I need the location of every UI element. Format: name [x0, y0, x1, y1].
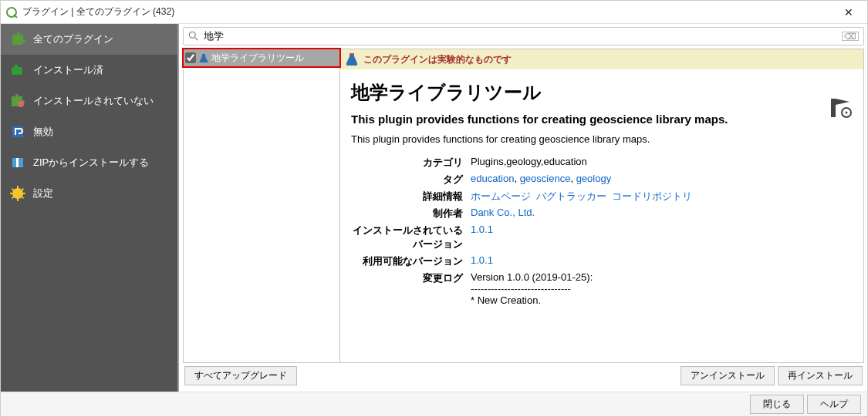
- svg-line-1: [14, 15, 17, 18]
- sidebar-item-label: ZIPからインストールする: [33, 156, 149, 170]
- plugin-description: This plugin provides functions for creat…: [351, 133, 853, 145]
- gear-icon: [10, 186, 25, 201]
- search-icon: [188, 31, 199, 42]
- close-button[interactable]: 閉じる: [750, 395, 804, 414]
- plugin-title: 地学ライブラリツール: [351, 80, 853, 105]
- tag-link-education[interactable]: education: [471, 173, 514, 184]
- invalid-icon: [10, 124, 25, 140]
- sidebar-item-settings[interactable]: 設定: [1, 178, 178, 209]
- tag-link-geology[interactable]: geology: [576, 173, 612, 184]
- svg-rect-19: [350, 53, 354, 55]
- meta-label-tag: タグ: [351, 173, 471, 187]
- plugin-detail: このプラグインは実験的なものです 地学ライブラリツール This plugin …: [340, 49, 864, 363]
- help-button[interactable]: ヘルプ: [807, 395, 861, 414]
- dialog-buttonbar: 閉じる ヘルプ: [1, 392, 867, 416]
- svg-rect-6: [16, 158, 19, 167]
- search-input[interactable]: [204, 29, 842, 44]
- sidebar: 全てのプラグイン インストール済 インストールされていない 無効 ZIPからイン…: [1, 24, 178, 392]
- link-coderepo[interactable]: コードリポジトリ: [612, 190, 692, 202]
- sidebar-resize-handle[interactable]: [177, 24, 179, 392]
- meta-label-author: 制作者: [351, 207, 471, 220]
- svg-rect-11: [22, 193, 25, 194]
- plugin-logo-icon: [828, 96, 853, 120]
- sidebar-item-label: 設定: [33, 187, 53, 200]
- meta-label-category: カテゴリ: [351, 156, 471, 170]
- svg-rect-9: [17, 198, 19, 201]
- svg-point-17: [189, 32, 195, 38]
- plugin-list: 地学ライブラリツール: [183, 49, 340, 363]
- svg-point-21: [846, 112, 848, 114]
- search-row: ⌫: [183, 27, 864, 45]
- plugin-item-label: 地学ライブラリツール: [211, 52, 304, 65]
- plugin-meta: カテゴリPlugins,geology,education タグeducatio…: [351, 156, 853, 306]
- titlebar: プラグイン | 全てのプラグイン (432) ✕: [1, 1, 867, 24]
- sidebar-item-label: インストールされていない: [33, 94, 154, 108]
- meta-value-tag: education, geoscience, geology: [471, 173, 853, 187]
- changelog-line: * New Creation.: [471, 294, 853, 306]
- app-icon: [5, 6, 18, 18]
- changelog-line: Version 1.0.0 (2019-01-25):: [471, 271, 853, 283]
- clear-search-icon[interactable]: ⌫: [842, 32, 859, 41]
- zip-icon: [10, 155, 25, 170]
- meta-value-category: Plugins,geology,education: [471, 156, 853, 170]
- action-buttonbar: すべてアップグレード アンインストール 再インストール: [183, 363, 864, 388]
- svg-rect-2: [12, 67, 22, 75]
- installed-ver-link[interactable]: 1.0.1: [471, 224, 493, 235]
- main-panel: ⌫ 地学ライブラリツール このプラグインは実験的なものです: [178, 24, 867, 392]
- tag-link-geoscience[interactable]: geoscience: [520, 173, 571, 184]
- svg-point-16: [16, 192, 20, 196]
- meta-label-installed-ver: インストールされているバージョン: [351, 224, 471, 251]
- warning-text: このプラグインは実験的なものです: [363, 53, 512, 66]
- puzzle-icon: [10, 32, 25, 47]
- svg-point-3: [18, 101, 24, 107]
- window-title: プラグイン | 全てのプラグイン (432): [22, 5, 836, 18]
- meta-label-avail-ver: 利用可能なバージョン: [351, 254, 471, 268]
- plugin-subtitle: This plugin provides functions for creat…: [351, 113, 853, 126]
- link-bugtracker[interactable]: バグトラッカー: [536, 190, 606, 202]
- experimental-flask-icon: [199, 53, 208, 62]
- meta-value-moreinfo: ホームページ バグトラッカー コードリポジトリ: [471, 190, 853, 203]
- sidebar-item-label: インストール済: [33, 63, 103, 77]
- sidebar-item-label: 全てのプラグイン: [33, 32, 113, 46]
- link-homepage[interactable]: ホームページ: [471, 190, 531, 202]
- meta-value-changelog: Version 1.0.0 (2019-01-25):-------------…: [471, 271, 853, 306]
- svg-rect-10: [10, 193, 13, 194]
- sidebar-item-label: 無効: [33, 125, 53, 139]
- flask-icon: [345, 52, 359, 66]
- svg-line-18: [195, 38, 198, 41]
- meta-label-changelog: 変更ログ: [351, 271, 471, 306]
- puzzle-ext-icon: [10, 62, 25, 78]
- meta-label-moreinfo: 詳細情報: [351, 190, 471, 203]
- changelog-line: ------------------------------: [471, 283, 853, 294]
- uninstall-button[interactable]: アンインストール: [681, 366, 775, 385]
- plugin-enable-checkbox[interactable]: [185, 52, 196, 63]
- meta-value-avail-ver: 1.0.1: [471, 254, 853, 268]
- meta-value-author: Dank Co., Ltd.: [471, 207, 853, 220]
- avail-ver-link[interactable]: 1.0.1: [471, 254, 493, 266]
- sidebar-item-all[interactable]: 全てのプラグイン: [1, 24, 178, 55]
- sidebar-item-installed[interactable]: インストール済: [1, 55, 178, 86]
- author-link[interactable]: Dank Co., Ltd.: [471, 207, 535, 218]
- sidebar-item-zip[interactable]: ZIPからインストールする: [1, 147, 178, 178]
- sidebar-item-not-installed[interactable]: インストールされていない: [1, 86, 178, 116]
- reinstall-button[interactable]: 再インストール: [778, 366, 863, 385]
- svg-rect-8: [17, 186, 19, 189]
- sidebar-item-invalid[interactable]: 無効: [1, 116, 178, 147]
- puzzle-add-icon: [10, 93, 25, 109]
- upgrade-all-button[interactable]: すべてアップグレード: [184, 366, 297, 385]
- close-icon[interactable]: ✕: [836, 6, 861, 18]
- meta-value-installed-ver: 1.0.1: [471, 224, 853, 251]
- experimental-warning: このプラグインは実験的なものです: [340, 49, 863, 69]
- plugin-list-item[interactable]: 地学ライブラリツール: [184, 49, 339, 66]
